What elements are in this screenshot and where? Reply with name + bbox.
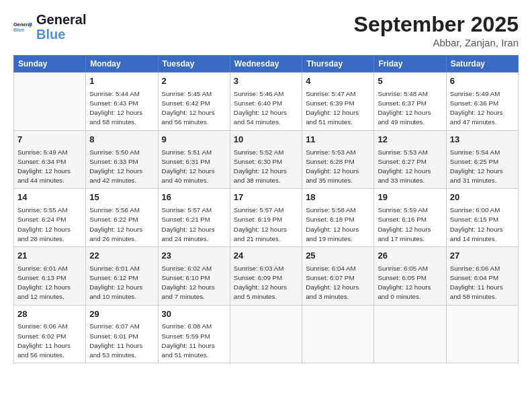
day-number: 3	[234, 75, 298, 88]
day-info: Sunrise: 6:03 AMSunset: 6:09 PMDaylight:…	[234, 264, 298, 302]
calendar-cell: 19Sunrise: 5:59 AMSunset: 6:16 PMDayligh…	[374, 189, 446, 247]
day-info: Sunrise: 5:46 AMSunset: 6:40 PMDaylight:…	[234, 89, 298, 128]
calendar-week-row: 14Sunrise: 5:55 AMSunset: 6:24 PMDayligh…	[14, 189, 519, 247]
day-info: Sunrise: 6:02 AMSunset: 6:10 PMDaylight:…	[162, 264, 226, 302]
day-info: Sunrise: 6:04 AMSunset: 6:07 PMDaylight:…	[306, 264, 370, 302]
weekday-header: Sunday	[14, 56, 86, 73]
calendar-cell: 14Sunrise: 5:55 AMSunset: 6:24 PMDayligh…	[14, 189, 86, 247]
day-number: 1	[89, 75, 154, 88]
month-title: September 2025	[354, 12, 519, 37]
day-number: 5	[378, 75, 442, 88]
page: GeneralBlue General Blue September 2025 …	[0, 0, 532, 411]
calendar-cell: 6Sunrise: 5:49 AMSunset: 6:36 PMDaylight…	[446, 73, 518, 131]
day-number: 4	[306, 75, 370, 88]
calendar-cell: 1Sunrise: 5:44 AMSunset: 6:43 PMDaylight…	[86, 73, 158, 131]
calendar-table: SundayMondayTuesdayWednesdayThursdayFrid…	[13, 55, 519, 363]
day-number: 10	[234, 134, 298, 146]
day-number: 22	[89, 250, 154, 263]
day-info: Sunrise: 5:53 AMSunset: 6:27 PMDaylight:…	[378, 148, 442, 186]
calendar-cell	[374, 305, 446, 363]
calendar-cell: 12Sunrise: 5:53 AMSunset: 6:27 PMDayligh…	[374, 130, 446, 189]
day-number: 26	[378, 250, 442, 263]
calendar-cell	[230, 305, 302, 363]
title-block: September 2025 Abbar, Zanjan, Iran	[354, 12, 519, 48]
day-number: 24	[234, 250, 298, 263]
calendar-cell: 13Sunrise: 5:54 AMSunset: 6:25 PMDayligh…	[446, 130, 518, 189]
day-info: Sunrise: 5:52 AMSunset: 6:30 PMDaylight:…	[234, 148, 298, 186]
day-number: 11	[306, 134, 370, 146]
day-info: Sunrise: 5:47 AMSunset: 6:39 PMDaylight:…	[306, 89, 370, 128]
day-info: Sunrise: 5:49 AMSunset: 6:36 PMDaylight:…	[450, 89, 515, 128]
weekday-header-row: SundayMondayTuesdayWednesdayThursdayFrid…	[14, 56, 519, 73]
calendar-cell: 24Sunrise: 6:03 AMSunset: 6:09 PMDayligh…	[230, 246, 302, 305]
weekday-header: Saturday	[446, 56, 518, 73]
day-number: 17	[234, 191, 298, 204]
day-number: 7	[17, 134, 82, 146]
calendar-week-row: 7Sunrise: 5:49 AMSunset: 6:34 PMDaylight…	[14, 130, 519, 189]
calendar-cell: 16Sunrise: 5:57 AMSunset: 6:21 PMDayligh…	[158, 189, 230, 247]
day-number: 16	[162, 191, 226, 204]
day-number: 27	[450, 250, 515, 263]
day-info: Sunrise: 6:08 AMSunset: 5:59 PMDaylight:…	[162, 322, 226, 360]
calendar-week-row: 28Sunrise: 6:06 AMSunset: 6:02 PMDayligh…	[14, 305, 519, 363]
calendar-cell: 30Sunrise: 6:08 AMSunset: 5:59 PMDayligh…	[158, 305, 230, 363]
day-info: Sunrise: 5:57 AMSunset: 6:21 PMDaylight:…	[162, 205, 226, 244]
calendar-header: SundayMondayTuesdayWednesdayThursdayFrid…	[14, 56, 519, 73]
calendar-cell	[302, 305, 374, 363]
calendar-cell: 15Sunrise: 5:56 AMSunset: 6:22 PMDayligh…	[86, 189, 158, 247]
weekday-header: Friday	[374, 56, 446, 73]
calendar-week-row: 21Sunrise: 6:01 AMSunset: 6:13 PMDayligh…	[14, 246, 519, 305]
calendar-cell: 8Sunrise: 5:50 AMSunset: 6:33 PMDaylight…	[86, 130, 158, 189]
calendar-cell: 18Sunrise: 5:58 AMSunset: 6:18 PMDayligh…	[302, 189, 374, 247]
day-info: Sunrise: 6:06 AMSunset: 6:04 PMDaylight:…	[450, 264, 515, 302]
day-info: Sunrise: 6:01 AMSunset: 6:12 PMDaylight:…	[89, 264, 154, 302]
calendar-cell: 10Sunrise: 5:52 AMSunset: 6:30 PMDayligh…	[230, 130, 302, 189]
day-info: Sunrise: 5:55 AMSunset: 6:24 PMDaylight:…	[17, 205, 82, 244]
logo: GeneralBlue General Blue	[13, 12, 86, 42]
day-info: Sunrise: 5:56 AMSunset: 6:22 PMDaylight:…	[89, 205, 154, 244]
header: GeneralBlue General Blue September 2025 …	[13, 12, 519, 48]
day-info: Sunrise: 6:06 AMSunset: 6:02 PMDaylight:…	[17, 322, 82, 360]
day-number: 14	[17, 191, 82, 204]
calendar-cell: 27Sunrise: 6:06 AMSunset: 6:04 PMDayligh…	[446, 246, 518, 305]
calendar-cell: 28Sunrise: 6:06 AMSunset: 6:02 PMDayligh…	[14, 305, 86, 363]
day-number: 23	[162, 250, 226, 263]
calendar-cell	[14, 73, 86, 131]
day-number: 8	[89, 134, 154, 146]
weekday-header: Tuesday	[158, 56, 230, 73]
day-number: 21	[17, 250, 82, 263]
calendar-cell: 17Sunrise: 5:57 AMSunset: 6:19 PMDayligh…	[230, 189, 302, 247]
day-info: Sunrise: 5:59 AMSunset: 6:16 PMDaylight:…	[378, 205, 442, 244]
calendar-cell: 26Sunrise: 6:05 AMSunset: 6:05 PMDayligh…	[374, 246, 446, 305]
calendar-cell: 3Sunrise: 5:46 AMSunset: 6:40 PMDaylight…	[230, 73, 302, 131]
calendar-cell: 22Sunrise: 6:01 AMSunset: 6:12 PMDayligh…	[86, 246, 158, 305]
calendar-cell: 29Sunrise: 6:07 AMSunset: 6:01 PMDayligh…	[86, 305, 158, 363]
day-info: Sunrise: 5:51 AMSunset: 6:31 PMDaylight:…	[162, 148, 226, 186]
calendar-week-row: 1Sunrise: 5:44 AMSunset: 6:43 PMDaylight…	[14, 73, 519, 131]
day-number: 13	[450, 134, 515, 146]
day-info: Sunrise: 5:44 AMSunset: 6:43 PMDaylight:…	[89, 89, 154, 128]
calendar-body: 1Sunrise: 5:44 AMSunset: 6:43 PMDaylight…	[14, 73, 519, 363]
day-number: 9	[162, 134, 226, 146]
calendar-cell: 11Sunrise: 5:53 AMSunset: 6:28 PMDayligh…	[302, 130, 374, 189]
day-number: 20	[450, 191, 515, 204]
day-number: 30	[162, 308, 226, 321]
day-info: Sunrise: 6:05 AMSunset: 6:05 PMDaylight:…	[378, 264, 442, 302]
day-number: 25	[306, 250, 370, 263]
day-number: 29	[89, 308, 154, 321]
calendar-cell: 5Sunrise: 5:48 AMSunset: 6:37 PMDaylight…	[374, 73, 446, 131]
calendar-cell: 25Sunrise: 6:04 AMSunset: 6:07 PMDayligh…	[302, 246, 374, 305]
day-info: Sunrise: 5:53 AMSunset: 6:28 PMDaylight:…	[306, 148, 370, 186]
day-number: 15	[89, 191, 154, 204]
calendar-cell: 7Sunrise: 5:49 AMSunset: 6:34 PMDaylight…	[14, 130, 86, 189]
calendar-cell	[446, 305, 518, 363]
calendar-cell: 21Sunrise: 6:01 AMSunset: 6:13 PMDayligh…	[14, 246, 86, 305]
weekday-header: Wednesday	[230, 56, 302, 73]
calendar-cell: 20Sunrise: 6:00 AMSunset: 6:15 PMDayligh…	[446, 189, 518, 247]
day-info: Sunrise: 5:58 AMSunset: 6:18 PMDaylight:…	[306, 205, 370, 244]
day-number: 28	[17, 308, 82, 321]
day-info: Sunrise: 6:00 AMSunset: 6:15 PMDaylight:…	[450, 205, 515, 244]
day-info: Sunrise: 5:57 AMSunset: 6:19 PMDaylight:…	[234, 205, 298, 244]
calendar-cell: 2Sunrise: 5:45 AMSunset: 6:42 PMDaylight…	[158, 73, 230, 131]
day-info: Sunrise: 5:45 AMSunset: 6:42 PMDaylight:…	[162, 89, 226, 128]
